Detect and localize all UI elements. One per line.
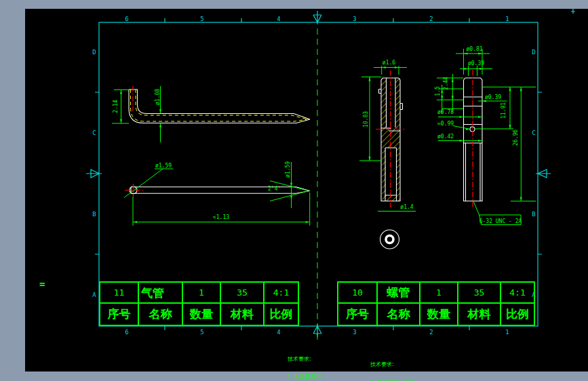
cell-scale: 4:1	[264, 283, 298, 304]
header-qty: 数量	[420, 304, 458, 325]
title-block-left: 11 气管 1 35 4:1 序号 名称 数量 材料 比例	[99, 281, 299, 326]
header-name: 名称	[139, 304, 183, 325]
dim-stem-dtop: ø0.81	[466, 46, 482, 52]
zone-row: A	[92, 292, 96, 298]
dim-stem-hright2: 26.96	[513, 129, 519, 146]
header-scale: 比例	[501, 304, 534, 325]
notes-title: 技术要求:	[288, 357, 332, 363]
zone-col: 5	[200, 16, 203, 22]
dim-needle-tip-dia: ø1.59	[285, 161, 291, 178]
dim-stem-dtop2: ø0.39	[468, 60, 484, 66]
header-no: 序号	[338, 304, 378, 325]
dim-stem-hleft2: 1.5	[435, 86, 441, 96]
zone-col: 2	[429, 16, 433, 22]
cell-qty: 1	[420, 283, 458, 304]
cell-no: 11	[100, 283, 139, 304]
header-name: 名称	[378, 304, 420, 325]
notes-line: 1. 未注圆角C1	[288, 374, 332, 380]
title-block-right: 10 螺管 1 35 4:1 序号 名称 数量 材料 比例	[337, 281, 535, 326]
dim-needle-angle: 2°4'	[268, 186, 281, 192]
zone-col: 1	[505, 329, 509, 336]
dim-stem-dlow: ø0.42	[437, 134, 454, 140]
header-material: 材料	[221, 304, 264, 325]
zone-row: B	[92, 211, 96, 218]
cell-no: 10	[338, 283, 378, 304]
stem-view: ø0.81 ø0.39 2.44 1.5 ø0.39 ø0.78 ≈0.99 ø…	[435, 46, 536, 225]
zone-col: 6	[125, 16, 128, 22]
zone-col: 4	[277, 16, 280, 22]
zone-row: C	[532, 129, 535, 136]
dim-tube-inner: ø1.4	[400, 204, 413, 210]
dim-tube-outer: ø1.6	[383, 60, 395, 66]
dim-pipe-bore: ø1.08	[155, 89, 161, 105]
cell-material: 35	[458, 283, 501, 304]
zone-col: 1	[505, 16, 509, 22]
header-no: 序号	[100, 304, 139, 325]
tube-end-view	[380, 230, 399, 249]
notes-title: 技术要求:	[370, 362, 415, 368]
needle-view: ø1.59 ø1.59 2°4' ≈1.13	[124, 161, 310, 226]
dim-needle-leader: ø1.59	[155, 163, 172, 169]
zone-col: 3	[353, 16, 356, 22]
dim-needle-length: ≈1.13	[213, 214, 229, 220]
dim-stem-dmid: ø0.78	[437, 109, 454, 115]
cell-qty: 1	[183, 283, 221, 304]
zone-row: D	[92, 49, 96, 56]
tech-notes-left: 技术要求: 1. 未注圆角C1 2. 调质HRC28-32	[288, 345, 332, 381]
margin-mark: =	[39, 279, 45, 289]
pipe-view: 2.14 ø1.08	[112, 86, 310, 142]
zone-row: C	[92, 129, 96, 136]
header-scale: 比例	[264, 304, 298, 325]
cell-name: 气管	[139, 283, 183, 304]
cell-material: 35	[221, 283, 264, 304]
zone-row: D	[532, 49, 535, 56]
dim-stem-hleft1: 2.44	[443, 77, 449, 89]
zone-row: B	[532, 211, 535, 218]
cell-scale: 4:1	[501, 283, 534, 304]
tech-notes-right: 技术要求: 1. 锐边倒钝、去毛 刺	[370, 350, 415, 381]
cell-name: 螺管	[378, 283, 420, 304]
corner-tick	[571, 9, 575, 14]
dim-pipe-height: 2.14	[113, 100, 119, 113]
zone-col: 2	[429, 329, 433, 336]
zone-col: 6	[125, 329, 128, 336]
zone-col: 5	[200, 329, 203, 336]
header-qty: 数量	[183, 304, 221, 325]
dim-stem-hright1: 11.91	[501, 102, 507, 119]
dim-stem-dhole: ≈0.99	[437, 121, 454, 127]
thread-spec: 6-32 UNC - 2A	[479, 218, 522, 224]
header-material: 材料	[458, 304, 501, 325]
dim-stem-dright: ø0.39	[485, 94, 501, 100]
dim-tube-height: 10.03	[363, 111, 369, 127]
tube-section-view: ø1.6 10.03 ø1.4	[359, 60, 416, 249]
zone-col: 4	[277, 329, 280, 336]
zone-col: 3	[353, 329, 356, 336]
